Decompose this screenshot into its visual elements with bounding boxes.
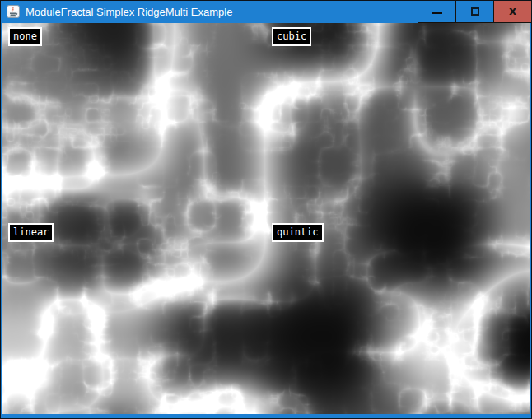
java-coffee-cup-icon[interactable] bbox=[7, 5, 20, 18]
maximize-button[interactable] bbox=[455, 1, 493, 23]
minimize-icon bbox=[432, 12, 442, 14]
quadrant-label-none: none bbox=[8, 27, 42, 46]
close-button[interactable]: x bbox=[493, 1, 531, 23]
noise-canvas bbox=[2, 23, 530, 414]
noise-viewport: none cubic linear quintic bbox=[2, 23, 530, 414]
window-title: ModuleFractal Simplex RidgeMulti Example bbox=[26, 1, 232, 23]
window-controls: x bbox=[418, 1, 531, 23]
app-window: ModuleFractal Simplex RidgeMulti Example… bbox=[0, 0, 532, 419]
quadrant-label-cubic: cubic bbox=[272, 27, 311, 46]
quadrant-label-linear: linear bbox=[8, 223, 54, 242]
minimize-button[interactable] bbox=[418, 1, 455, 23]
maximize-icon bbox=[471, 7, 479, 16]
close-icon: x bbox=[509, 5, 516, 16]
titlebar[interactable]: ModuleFractal Simplex RidgeMulti Example… bbox=[1, 1, 531, 23]
quadrant-label-quintic: quintic bbox=[272, 223, 324, 242]
